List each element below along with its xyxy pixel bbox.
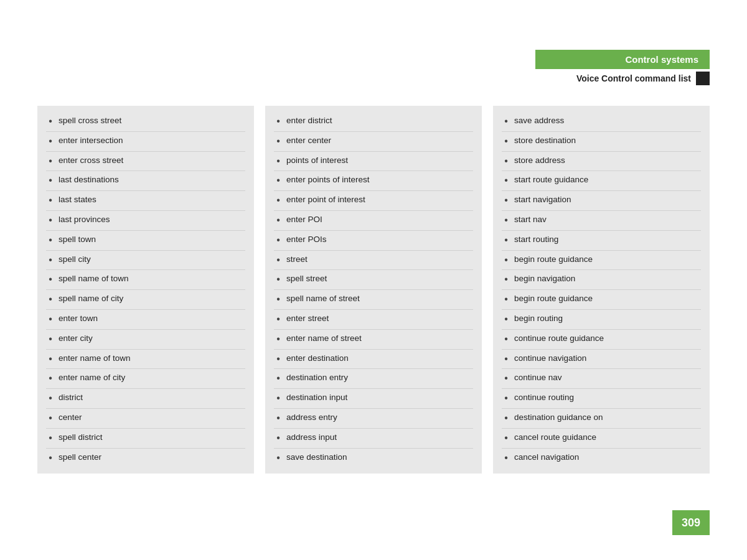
list-item: •enter street [274, 310, 473, 330]
list-item-text: center [59, 412, 82, 424]
list-item-text: save destination [286, 452, 347, 464]
list-item: •store destination [502, 132, 701, 152]
list-item-text: spell district [59, 432, 103, 444]
bullet-icon: • [502, 194, 510, 207]
bullet-icon: • [46, 392, 55, 405]
bullet-icon: • [502, 115, 510, 128]
bullet-icon: • [502, 333, 510, 346]
list-item-text: spell town [59, 234, 96, 246]
bullet-icon: • [502, 273, 510, 286]
list-item: •last destinations [46, 171, 245, 191]
list-item: •center [46, 409, 245, 429]
list-item-text: begin routing [514, 313, 563, 325]
list-item: •enter district [274, 112, 473, 132]
bullet-icon: • [274, 254, 283, 267]
list-item-text: begin route guidance [514, 254, 593, 266]
list-item-text: spell cross street [59, 115, 121, 127]
list-item-text: last states [59, 194, 96, 206]
list-item: •enter POI [274, 211, 473, 231]
list-item-text: destination entry [286, 372, 348, 384]
bullet-icon: • [502, 392, 510, 405]
list-item-text: enter point of interest [286, 194, 365, 206]
list-item: •address entry [274, 409, 473, 429]
list-item-text: start navigation [514, 194, 571, 206]
list-item-text: spell name of street [286, 293, 360, 305]
list-item: •spell name of city [46, 290, 245, 310]
bullet-icon: • [502, 155, 510, 168]
list-item-text: start nav [514, 214, 547, 226]
bullet-icon: • [46, 273, 55, 286]
list-item-text: spell city [59, 254, 91, 266]
list-item: •enter destination [274, 350, 473, 370]
subtitle-row: Voice Control command list [535, 72, 710, 85]
bullet-icon: • [274, 372, 283, 385]
list-item: •enter points of interest [274, 171, 473, 191]
bullet-icon: • [46, 372, 55, 385]
list-item-text: points of interest [286, 155, 348, 167]
list-item: •start navigation [502, 191, 701, 211]
bullet-icon: • [46, 174, 55, 187]
bullet-icon: • [46, 353, 55, 366]
list-item-text: start route guidance [514, 174, 588, 186]
list-item-text: enter cross street [59, 155, 123, 167]
list-item: •enter name of street [274, 330, 473, 350]
bullet-icon: • [274, 353, 283, 366]
list-item: •enter name of town [46, 350, 245, 370]
header-area: Control systems Voice Control command li… [535, 50, 710, 85]
list-item-text: start routing [514, 234, 558, 246]
list-item: •destination entry [274, 369, 473, 389]
list-item-text: enter name of town [59, 353, 131, 365]
bullet-icon: • [46, 293, 55, 306]
list-item: •enter city [46, 330, 245, 350]
list-item-text: street [286, 254, 308, 266]
list-item: •enter town [46, 310, 245, 330]
list-item: •spell center [46, 449, 245, 468]
list-item: •last states [46, 191, 245, 211]
list-item-text: last provinces [59, 214, 110, 226]
main-content: •spell cross street•enter intersection•e… [37, 106, 710, 474]
list-item-text: enter destination [286, 353, 349, 365]
list-item: •district [46, 389, 245, 409]
bullet-icon: • [46, 432, 55, 445]
list-item-text: last destinations [59, 174, 119, 186]
bullet-icon: • [46, 214, 55, 227]
bullet-icon: • [46, 135, 55, 148]
list-item: •enter name of city [46, 369, 245, 389]
list-item: •save address [502, 112, 701, 132]
column-1: •spell cross street•enter intersection•e… [37, 106, 254, 474]
list-item: •begin routing [502, 310, 701, 330]
list-item: •spell cross street [46, 112, 245, 132]
list-item-text: continue navigation [514, 353, 586, 365]
list-item-text: enter street [286, 313, 329, 325]
list-item-text: enter intersection [59, 135, 123, 147]
list-item: •enter point of interest [274, 191, 473, 211]
bullet-icon: • [46, 333, 55, 346]
control-systems-bar: Control systems [535, 50, 710, 69]
list-item: •continue navigation [502, 350, 701, 370]
list-item: •start routing [502, 231, 701, 251]
list-item: •address input [274, 429, 473, 449]
list-item: •spell town [46, 231, 245, 251]
bullet-icon: • [502, 174, 510, 187]
column-1-list: •spell cross street•enter intersection•e… [46, 112, 245, 467]
list-item-text: save address [514, 115, 564, 127]
list-item-text: enter town [59, 313, 98, 325]
list-item: •spell name of town [46, 270, 245, 290]
list-item: •continue route guidance [502, 330, 701, 350]
list-item: •destination input [274, 389, 473, 409]
bullet-icon: • [502, 234, 510, 247]
bullet-icon: • [274, 293, 283, 306]
bullet-icon: • [502, 353, 510, 366]
bullet-icon: • [502, 135, 510, 148]
column-2-list: •enter district•enter center•points of i… [274, 112, 473, 467]
list-item-text: enter district [286, 115, 332, 127]
bullet-icon: • [502, 293, 510, 306]
column-2: •enter district•enter center•points of i… [265, 106, 482, 474]
bullet-icon: • [274, 452, 283, 465]
page-number-text: 309 [682, 516, 700, 530]
list-item-text: enter POI [286, 214, 322, 226]
list-item: •begin route guidance [502, 290, 701, 310]
list-item: •destination guidance on [502, 409, 701, 429]
list-item: •continue routing [502, 389, 701, 409]
list-item: •enter center [274, 132, 473, 152]
